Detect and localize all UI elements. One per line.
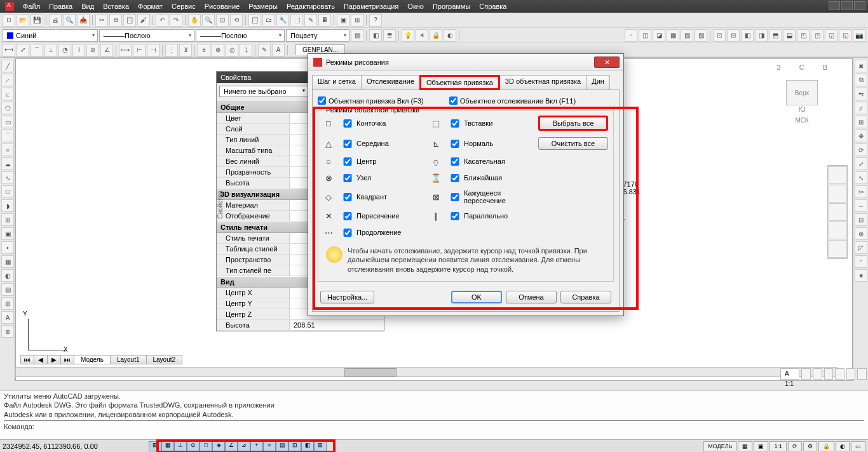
cancel-button[interactable]: Отмена [506, 291, 557, 303]
cut-icon[interactable]: ✂ [95, 14, 108, 27]
ellipse-icon[interactable]: ⬭ [1, 185, 14, 198]
snap-toggle[interactable]: ⊞ [149, 441, 161, 451]
dim-ord-icon[interactable]: ⟂ [44, 44, 57, 56]
node-checkbox[interactable] [342, 174, 353, 182]
nav-orbit-icon[interactable] [829, 222, 846, 239]
view-sw-icon[interactable]: ◰ [797, 29, 810, 42]
copy-icon[interactable]: ⧉ [109, 14, 122, 27]
erase-icon[interactable]: ✖ [855, 60, 867, 72]
qp-toggle[interactable]: ⊡ [288, 441, 301, 451]
nav-zoom-icon[interactable] [829, 203, 846, 221]
ortho-toggle[interactable]: ⊥ [174, 441, 187, 451]
view-front-icon[interactable]: ⬒ [769, 29, 782, 42]
table-draw-icon[interactable]: ⊞ [1, 297, 14, 310]
gradient-icon[interactable]: ◐ [1, 269, 14, 282]
help-icon[interactable]: ? [369, 14, 382, 27]
3dosnap-toggle[interactable]: ◈ [212, 441, 225, 451]
open-icon[interactable]: 📂 [17, 14, 29, 27]
sc-toggle[interactable]: ◧ [301, 441, 314, 451]
preview-icon[interactable]: 🔍 [63, 14, 76, 27]
undo-icon[interactable]: ↶ [156, 14, 168, 27]
nav-show-icon[interactable] [829, 240, 846, 258]
dim-insp-icon[interactable]: ◎ [226, 44, 238, 56]
quadrant-checkbox[interactable] [342, 193, 353, 201]
lock-ui-icon[interactable]: 🔒 [818, 441, 834, 451]
qcalc-icon[interactable]: 🖩 [318, 14, 331, 27]
help-button[interactable]: Справка [560, 291, 611, 303]
parallel-checkbox[interactable] [450, 212, 460, 220]
redo-icon[interactable]: ↷ [170, 14, 182, 27]
spline-icon[interactable]: ∿ [1, 171, 14, 184]
publish-icon[interactable]: 📤 [77, 14, 90, 27]
tp-icon[interactable]: 🔧 [276, 14, 289, 27]
menu-service[interactable]: Сервис [172, 3, 196, 10]
props-icon[interactable]: 📋 [248, 14, 261, 27]
trim-icon[interactable]: ✂ [855, 185, 867, 198]
iso-icon[interactable] [857, 368, 867, 380]
layer-off-icon[interactable]: ◐ [444, 29, 456, 42]
dialog-titlebar[interactable]: Режимы рисования ✕ [308, 54, 623, 71]
am-toggle[interactable]: ⊞ [314, 441, 327, 451]
ssm-icon[interactable]: 📑 [290, 14, 303, 27]
center-checkbox[interactable] [342, 157, 353, 166]
vs-conc-icon[interactable]: ▧ [681, 29, 693, 42]
markup-icon[interactable]: ✎ [304, 14, 317, 27]
menu-programs[interactable]: Программы [433, 3, 470, 10]
ellipsearc-icon[interactable]: ◗ [1, 199, 14, 212]
scale-icon[interactable]: ⤢ [855, 157, 867, 170]
dim-jog-icon[interactable]: ⌇ [72, 44, 85, 56]
dim-space-icon[interactable]: ⋮ [165, 44, 178, 56]
dim-arc-icon[interactable]: ⌒ [31, 44, 43, 56]
model-button[interactable]: МОДЕЛЬ [703, 441, 736, 451]
selection-dropdown[interactable]: Ничего не выбрано [219, 86, 308, 97]
mirror-icon[interactable]: ⇋ [855, 88, 867, 100]
insert-icon[interactable]: ⊞ [1, 213, 14, 226]
quickview-l-icon[interactable]: ▦ [738, 441, 752, 451]
dim-align-icon[interactable]: ⤢ [17, 44, 29, 56]
clear-all-button[interactable]: Очистить все [538, 137, 608, 150]
dim-cen-icon[interactable]: ⊕ [212, 44, 224, 56]
otrack-on-checkbox[interactable]: Объектное отслеживание Вкл (F11) [449, 96, 576, 105]
line-icon[interactable]: ╱ [1, 60, 14, 72]
zoom-rt-icon[interactable]: 🔍 [202, 14, 215, 27]
rect-icon[interactable]: ▭ [1, 116, 14, 128]
tab-dyn[interactable]: Дин [586, 75, 610, 90]
prop-height-val[interactable]: 208.51 [290, 320, 384, 330]
view-left-icon[interactable]: ◧ [741, 29, 754, 42]
osnap-on-checkbox[interactable]: Объектная привязка Вкл (F3) [318, 96, 424, 105]
perp-checkbox[interactable] [450, 140, 460, 148]
lineweight-dropdown[interactable]: Поцвету [286, 29, 349, 42]
menu-dim[interactable]: Размеры [248, 3, 278, 10]
maximize-icon[interactable] [841, 1, 853, 10]
ws-switch-icon[interactable] [824, 368, 834, 380]
mtext-icon[interactable]: A [1, 311, 14, 324]
midpoint-checkbox[interactable] [342, 140, 353, 148]
dim-cont-icon[interactable]: ⊣ [147, 44, 159, 56]
menu-edit[interactable]: Правка [49, 3, 72, 10]
dim-jogl-icon[interactable]: ⤵ [240, 44, 252, 56]
menu-draw[interactable]: Рисование [205, 3, 240, 10]
copy-obj-icon[interactable]: ⧉ [855, 74, 867, 86]
ok-button[interactable]: OK [451, 291, 502, 303]
anno-vis-icon[interactable] [801, 368, 811, 380]
vs-real-icon[interactable]: ▦ [667, 29, 679, 42]
close-icon[interactable] [854, 1, 865, 10]
apparent-checkbox[interactable] [450, 193, 460, 201]
quickview-d-icon[interactable]: ▣ [754, 441, 768, 451]
break-icon[interactable]: ⊟ [855, 213, 867, 226]
nav-pan-icon[interactable] [829, 185, 846, 203]
view-cam-icon[interactable]: 📷 [853, 29, 865, 42]
pline-icon[interactable]: ⟀ [1, 88, 14, 100]
block-icon[interactable]: ▣ [337, 14, 349, 27]
dim-tedit-icon[interactable]: A [272, 44, 285, 56]
bylayer-icon[interactable]: ▤ [351, 29, 363, 42]
polygon-icon[interactable]: ⬠ [1, 102, 14, 114]
dim-quick-icon[interactable]: ⟼ [119, 44, 132, 56]
dim-base-icon[interactable]: ⊢ [133, 44, 146, 56]
dim-dia-icon[interactable]: ⊘ [86, 44, 99, 56]
dim-lin-icon[interactable]: ⟷ [3, 44, 15, 56]
tab-nav-next[interactable]: ▶ [47, 355, 61, 364]
anno-scale[interactable]: А 1:1 [780, 368, 799, 380]
view-se-icon[interactable]: ◳ [811, 29, 824, 42]
fillet-icon[interactable]: ◜ [855, 255, 867, 268]
